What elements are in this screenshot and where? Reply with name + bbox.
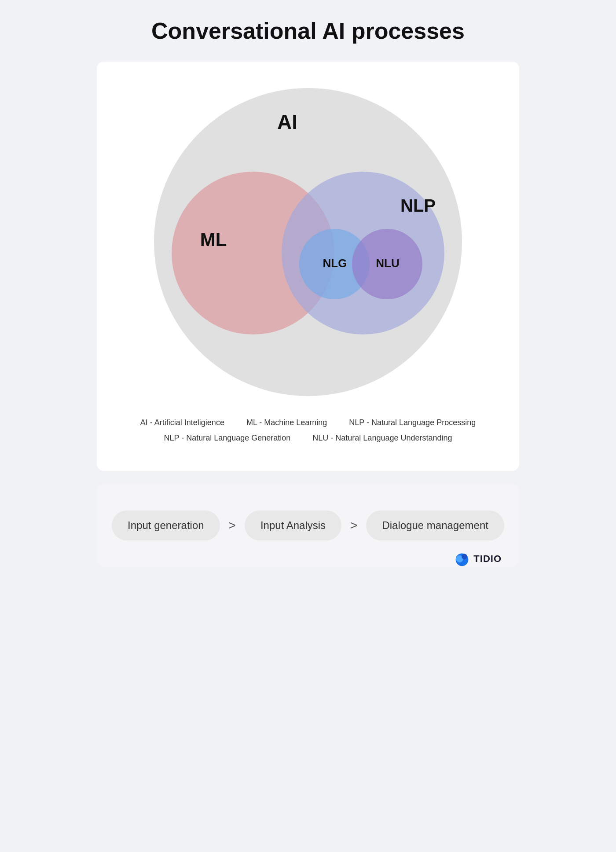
legend-row-1: AI - Artificial Inteligience ML - Machin… (114, 418, 502, 427)
ai-label: AI (277, 110, 297, 134)
svg-point-2 (462, 554, 467, 559)
tidio-icon (454, 551, 470, 567)
flow-step-1: Input generation (112, 510, 220, 540)
flow-step-3: Dialogue management (366, 510, 504, 540)
legend-item-ai: AI - Artificial Inteligience (140, 418, 224, 427)
nlg-label: NLG (323, 257, 347, 270)
venn-diagram: AI ML NLP NLG NLU (128, 84, 488, 400)
flow-arrow-2: > (350, 518, 357, 532)
flow-arrow-1: > (229, 518, 236, 532)
tidio-name: TIDIO (473, 553, 502, 565)
legend-item-nlu: NLU - Natural Language Understanding (312, 433, 452, 443)
nlu-label: NLU (376, 257, 399, 270)
venn-diagram-card: AI ML NLP NLG NLU AI - Artificial Inteli… (97, 62, 519, 471)
legend-item-nlg: NLP - Natural Language Generation (164, 433, 290, 443)
legend-item-ml: ML - Machine Learning (246, 418, 327, 427)
legend: AI - Artificial Inteligience ML - Machin… (114, 418, 502, 443)
ml-label: ML (200, 229, 227, 250)
page-title: Conversational AI processes (151, 18, 465, 44)
legend-item-nlp: NLP - Natural Language Processing (349, 418, 476, 427)
legend-row-2: NLP - Natural Language Generation NLU - … (114, 433, 502, 443)
flow-step-2: Input Analysis (245, 510, 341, 540)
tidio-logo: TIDIO (454, 551, 502, 567)
nlp-label: NLP (400, 196, 436, 216)
